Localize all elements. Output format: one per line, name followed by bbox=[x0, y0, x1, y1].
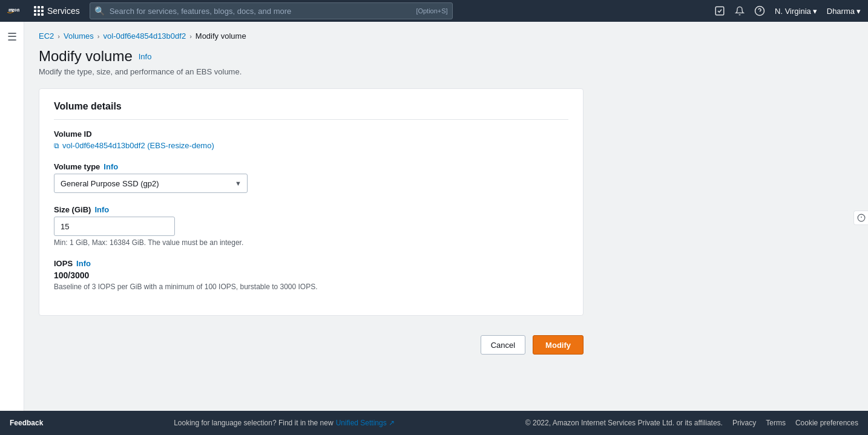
volume-type-select[interactable]: General Purpose SSD (gp2) General Purpos… bbox=[54, 174, 248, 193]
volume-id-section: Volume ID ⧉ vol-0df6e4854d13b0df2 (EBS-r… bbox=[54, 129, 568, 150]
volume-details-card: Volume details Volume ID ⧉ vol-0df6e4854… bbox=[39, 88, 584, 316]
nav-right-actions: N. Virginia ▾ Dharma ▾ bbox=[714, 5, 861, 16]
size-input[interactable] bbox=[54, 217, 175, 236]
breadcrumb: EC2 › Volumes › vol-0df6e4854d13b0df2 › … bbox=[39, 31, 853, 41]
volume-id-label: Volume ID bbox=[54, 129, 568, 139]
cancel-button[interactable]: Cancel bbox=[481, 335, 525, 355]
main-content: EC2 › Volumes › vol-0df6e4854d13b0df2 › … bbox=[24, 22, 868, 411]
page-subtitle: Modify the type, size, and performance o… bbox=[39, 67, 853, 76]
sidebar-toggle[interactable]: ☰ bbox=[0, 22, 24, 411]
top-navigation: Services 🔍 [Option+S] N. Virginia ▾ Dhar… bbox=[0, 0, 868, 22]
search-icon: 🔍 bbox=[94, 6, 105, 16]
grid-icon bbox=[34, 6, 44, 16]
iops-section: IOPS Info 100/3000 Baseline of 3 IOPS pe… bbox=[54, 259, 568, 291]
iops-value: 100/3000 bbox=[54, 270, 568, 280]
services-menu[interactable]: Services bbox=[34, 6, 80, 16]
region-selector[interactable]: N. Virginia ▾ bbox=[775, 7, 817, 16]
size-info-link[interactable]: Info bbox=[94, 205, 109, 214]
help-icon[interactable] bbox=[754, 5, 765, 16]
services-label: Services bbox=[47, 6, 80, 16]
account-menu[interactable]: Dharma ▾ bbox=[827, 7, 861, 16]
volume-type-section: Volume type Info General Purpose SSD (gp… bbox=[54, 162, 568, 193]
breadcrumb-volume-id[interactable]: vol-0df6e4854d13b0df2 bbox=[104, 31, 186, 41]
page-info-link[interactable]: Info bbox=[139, 52, 152, 61]
hamburger-icon[interactable]: ☰ bbox=[7, 31, 17, 42]
search-shortcut: [Option+S] bbox=[416, 7, 447, 15]
page-title: Modify volume bbox=[39, 48, 133, 65]
breadcrumb-ec2[interactable]: EC2 bbox=[39, 31, 54, 41]
terminal-icon[interactable] bbox=[714, 5, 725, 16]
card-title: Volume details bbox=[54, 101, 568, 120]
aws-logo[interactable] bbox=[7, 1, 27, 21]
volume-id-value: vol-0df6e4854d13b0df2 (EBS-resize-demo) bbox=[62, 141, 214, 150]
size-label: Size (GiB) Info bbox=[54, 205, 568, 214]
copy-icon: ⧉ bbox=[54, 142, 59, 150]
action-bar: Cancel Modify bbox=[39, 328, 584, 362]
iops-info-link[interactable]: Info bbox=[76, 259, 91, 268]
breadcrumb-sep-2: › bbox=[97, 33, 100, 40]
volume-type-label: Volume type Info bbox=[54, 162, 568, 171]
breadcrumb-current: Modify volume bbox=[196, 31, 246, 41]
volume-id-link[interactable]: ⧉ vol-0df6e4854d13b0df2 (EBS-resize-demo… bbox=[54, 141, 568, 150]
size-section: Size (GiB) Info Min: 1 GiB, Max: 16384 G… bbox=[54, 205, 568, 247]
volume-type-select-wrapper: General Purpose SSD (gp2) General Purpos… bbox=[54, 174, 248, 193]
page-title-row: Modify volume Info bbox=[39, 48, 853, 65]
breadcrumb-volumes[interactable]: Volumes bbox=[64, 31, 94, 41]
breadcrumb-sep-3: › bbox=[189, 33, 192, 40]
bell-icon[interactable] bbox=[735, 5, 745, 16]
iops-label: IOPS Info bbox=[54, 259, 568, 268]
size-hint: Min: 1 GiB, Max: 16384 GiB. The value mu… bbox=[54, 238, 568, 247]
volume-type-info-link[interactable]: Info bbox=[104, 162, 118, 171]
iops-hint: Baseline of 3 IOPS per GiB with a minimu… bbox=[54, 283, 568, 291]
info-panel-toggle[interactable] bbox=[853, 211, 868, 225]
modify-button[interactable]: Modify bbox=[533, 335, 584, 355]
svg-rect-0 bbox=[715, 7, 724, 15]
search-bar[interactable]: 🔍 [Option+S] bbox=[90, 2, 453, 19]
search-input[interactable] bbox=[90, 2, 453, 19]
breadcrumb-sep-1: › bbox=[58, 33, 60, 40]
